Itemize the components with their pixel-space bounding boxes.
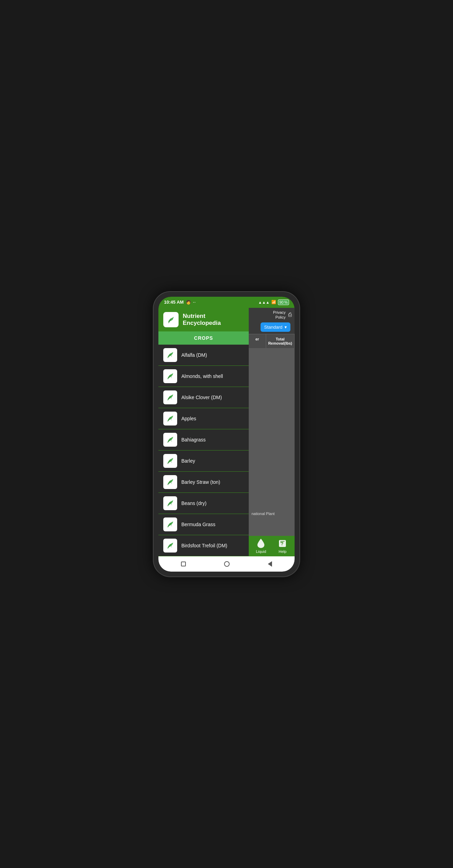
top-row: Privacy Policy ⎙: [249, 308, 295, 321]
help-label: Help: [279, 549, 287, 554]
right-panel: Privacy Policy ⎙ Standard ▾ erTotal Remo…: [249, 308, 295, 556]
crop-name: Barley: [181, 458, 195, 464]
liquid-label: Liquid: [256, 549, 266, 554]
logo-icon: [166, 314, 176, 325]
list-item[interactable]: Apples: [158, 408, 249, 429]
phone-screen: 10:45 AM 🧑 ·· ▲▲▲ 📶 90 %: [158, 297, 295, 572]
table-column-header: Total Removal(lbs): [266, 334, 295, 348]
list-item[interactable]: Alsike Clover (DM): [158, 387, 249, 408]
battery-level: 90: [279, 300, 283, 304]
standard-dropdown[interactable]: Standard ▾: [261, 322, 290, 332]
bottom-text: national Plant: [249, 509, 295, 519]
status-time: 10:45 AM 🧑 ··: [164, 300, 196, 305]
right-panel-header: Privacy Policy ⎙ Standard ▾: [249, 308, 295, 334]
table-column-header: er: [249, 334, 266, 348]
crop-name: Alsike Clover (DM): [181, 395, 222, 400]
crop-icon: [163, 369, 177, 383]
crop-icon: [163, 496, 177, 510]
battery-percent: %: [284, 300, 288, 304]
crop-icon: [163, 475, 177, 489]
liquid-nav-item[interactable]: Liquid: [256, 539, 266, 554]
battery-icon: 90 %: [278, 300, 289, 305]
second-row: Standard ▾: [249, 320, 295, 334]
status-icons: ▲▲▲ 📶 90 %: [258, 300, 289, 305]
list-item[interactable]: Barley Straw (ton): [158, 472, 249, 493]
liquid-icon: [256, 539, 266, 548]
crop-icon: [163, 539, 177, 553]
crop-name: Alfalfa (DM): [181, 352, 207, 358]
crop-name: Barley Straw (ton): [181, 479, 220, 485]
table-header: erTotal Removal(lbs): [249, 334, 295, 348]
list-item[interactable]: Barley: [158, 450, 249, 472]
drawer-section-header: CROPS: [158, 331, 249, 345]
crop-name: Bermuda Grass: [181, 522, 215, 527]
bottom-nav: Liquid ? Help: [249, 536, 295, 556]
list-item[interactable]: Beans (dry): [158, 493, 249, 514]
list-item[interactable]: Almonds, with shell: [158, 366, 249, 387]
recent-apps-button[interactable]: [181, 562, 186, 566]
section-label: CROPS: [194, 335, 213, 341]
crop-icon: [163, 454, 177, 468]
status-bar: 10:45 AM 🧑 ·· ▲▲▲ 📶 90 %: [158, 297, 295, 308]
crop-name: Apples: [181, 416, 196, 421]
list-item[interactable]: Bermuda Grass: [158, 514, 249, 535]
drawer-list: Alfalfa (DM) Almonds, with shell Alsike …: [158, 345, 249, 556]
notification-icon: 🧑: [186, 300, 191, 305]
crop-icon: [163, 412, 177, 425]
list-item[interactable]: Birdsfoot Trefoil (DM): [158, 535, 249, 556]
crop-icon: [163, 433, 177, 447]
crop-icon: [163, 390, 177, 404]
wifi-icon: 📶: [271, 300, 276, 304]
list-item[interactable]: Alfalfa (DM): [158, 345, 249, 366]
crop-name: Almonds, with shell: [181, 373, 223, 379]
home-button[interactable]: [224, 561, 230, 567]
list-item[interactable]: Bahiagrass: [158, 429, 249, 450]
crop-name: Bahiagrass: [181, 437, 206, 443]
privacy-policy-button[interactable]: Privacy Policy: [273, 310, 286, 320]
crop-icon: [163, 517, 177, 531]
help-nav-item[interactable]: ? Help: [278, 539, 287, 554]
crop-name: Birdsfoot Trefoil (DM): [181, 543, 227, 548]
drawer: Nutrient Encyclopedia CROPS Alfalfa (DM): [158, 308, 249, 556]
chevron-down-icon: ▾: [285, 325, 287, 330]
android-nav-bar: [158, 556, 295, 572]
dropdown-label: Standard: [264, 325, 282, 330]
svg-text:?: ?: [281, 541, 283, 546]
dots-icon: ··: [193, 300, 196, 304]
back-button[interactable]: [268, 561, 272, 567]
app-logo: [163, 312, 179, 327]
right-panel-content: national Plant: [249, 348, 295, 536]
share-icon[interactable]: ⎙: [288, 312, 292, 318]
signal-icon: ▲▲▲: [258, 300, 270, 304]
help-icon: ?: [278, 539, 287, 548]
phone-frame: 10:45 AM 🧑 ·· ▲▲▲ 📶 90 %: [154, 292, 299, 576]
split-container: Nutrient Encyclopedia CROPS Alfalfa (DM): [158, 308, 295, 556]
drawer-header: Nutrient Encyclopedia: [158, 308, 249, 331]
drawer-title: Nutrient Encyclopedia: [183, 313, 244, 327]
crop-icon: [163, 348, 177, 362]
crop-name: Beans (dry): [181, 500, 206, 506]
time-display: 10:45 AM: [164, 300, 184, 305]
